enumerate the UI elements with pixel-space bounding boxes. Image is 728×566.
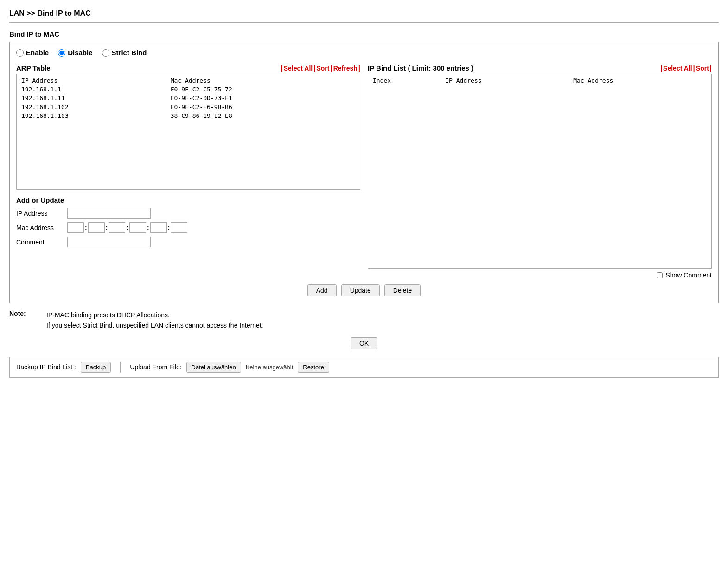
mac-octet-6[interactable] — [171, 222, 187, 233]
table-row[interactable]: 192.168.1.103 38-C9-86-19-E2-E8 — [19, 111, 358, 120]
strict-bind-option[interactable]: Strict Bind — [102, 49, 147, 57]
pipe5: | — [660, 64, 662, 72]
section-title: Bind IP to MAC — [9, 30, 719, 38]
ip-bind-list-panel: IP Bind List ( Limit: 300 entries ) | Se… — [368, 64, 712, 279]
ip-address-input[interactable] — [67, 208, 151, 219]
ip-address-label: IP Address — [16, 210, 63, 217]
mac-address-row: Mac Address : : : : : — [16, 222, 360, 233]
add-update-title: Add or Update — [16, 196, 360, 204]
add-update-section: Add or Update IP Address Mac Address : :… — [16, 196, 360, 247]
bind-options-row: Enable Disable Strict Bind — [16, 49, 712, 57]
backup-left: Backup IP Bind List : Backup — [16, 362, 121, 373]
backup-button[interactable]: Backup — [81, 362, 111, 373]
mac-octet-1[interactable] — [67, 222, 84, 233]
ip-bind-list-header: IP Bind List ( Limit: 300 entries ) | Se… — [368, 64, 712, 72]
show-comment-checkbox[interactable] — [657, 272, 663, 278]
ip-bind-col-ip: IP Address — [442, 76, 570, 85]
strict-bind-radio[interactable] — [102, 49, 109, 57]
mac-sep-1: : — [85, 224, 87, 232]
comment-label: Comment — [16, 238, 63, 246]
note-line2: If you select Strict Bind, unspecified L… — [46, 320, 263, 330]
arp-select-all-link[interactable]: Select All — [284, 64, 313, 72]
table-row[interactable]: 192.168.1.11 F0-9F-C2-0D-73-F1 — [19, 94, 358, 103]
arp-table-panel: ARP Table | Select All | Sort | Refresh … — [16, 64, 360, 279]
arp-mac-3: F0-9F-C2-F6-9B-B6 — [168, 103, 358, 111]
title-divider — [9, 22, 719, 23]
restore-button[interactable]: Restore — [298, 362, 329, 373]
delete-button[interactable]: Delete — [384, 284, 421, 296]
ip-bind-table: Index IP Address Mac Address — [370, 76, 709, 85]
arp-table-header: ARP Table | Select All | Sort | Refresh … — [16, 64, 360, 72]
arp-table-actions: | Select All | Sort | Refresh | — [281, 64, 360, 72]
note-line1: IP-MAC binding presets DHCP Allocations. — [46, 310, 263, 320]
mac-octet-3[interactable] — [109, 222, 125, 233]
ip-bind-list-actions: | Select All | Sort | — [660, 64, 712, 72]
mac-sep-3: : — [126, 224, 128, 232]
upload-label: Upload From File: — [130, 363, 181, 371]
disable-label: Disable — [68, 49, 92, 57]
ip-bind-list-title: IP Bind List ( Limit: 300 entries ) — [368, 64, 473, 72]
mac-octet-5[interactable] — [150, 222, 167, 233]
ip-select-all-link[interactable]: Select All — [663, 64, 692, 72]
ip-bind-header-row: Index IP Address Mac Address — [370, 76, 709, 85]
ip-bind-box: Index IP Address Mac Address — [368, 74, 712, 269]
arp-mac-1: F0-9F-C2-C5-75-72 — [168, 85, 358, 94]
mac-sep-2: : — [106, 224, 108, 232]
ip-bind-col-index: Index — [370, 76, 442, 85]
mac-sep-4: : — [147, 224, 149, 232]
arp-ip-2: 192.168.1.11 — [19, 94, 168, 103]
arp-sort-link[interactable]: Sort — [316, 64, 329, 72]
enable-option[interactable]: Enable — [16, 49, 49, 57]
add-button[interactable]: Add — [307, 284, 337, 296]
file-none-label: Keine ausgewählt — [246, 364, 294, 371]
pipe3: | — [330, 64, 332, 72]
enable-radio[interactable] — [16, 49, 24, 57]
note-section: Note: IP-MAC binding presets DHCP Alloca… — [9, 310, 719, 331]
pipe1: | — [281, 64, 283, 72]
comment-input[interactable] — [67, 237, 151, 247]
mac-inputs: : : : : : — [67, 222, 187, 233]
pipe7: | — [710, 64, 712, 72]
backup-right: Upload From File: Datei auswählen Keine … — [130, 362, 329, 373]
mac-octet-2[interactable] — [88, 222, 105, 233]
arp-ip-4: 192.168.1.103 — [19, 111, 168, 120]
enable-label: Enable — [26, 49, 49, 57]
disable-radio[interactable] — [58, 49, 65, 57]
ip-address-row: IP Address — [16, 208, 360, 219]
arp-mac-2: F0-9F-C2-0D-73-F1 — [168, 94, 358, 103]
arp-ip-1: 192.168.1.1 — [19, 85, 168, 94]
arp-col-mac: Mac Address — [168, 76, 358, 85]
arp-table-header-row: IP Address Mac Address — [19, 76, 358, 85]
pipe4: | — [358, 64, 360, 72]
ok-button[interactable]: OK — [351, 337, 377, 349]
pipe2: | — [313, 64, 315, 72]
table-row[interactable]: 192.168.1.1 F0-9F-C2-C5-75-72 — [19, 85, 358, 94]
strict-bind-label: Strict Bind — [112, 49, 147, 57]
update-button[interactable]: Update — [341, 284, 380, 296]
pipe6: | — [693, 64, 695, 72]
backup-section: Backup IP Bind List : Backup Upload From… — [9, 357, 719, 378]
table-row[interactable]: 192.168.1.102 F0-9F-C2-F6-9B-B6 — [19, 103, 358, 111]
note-label: Note: — [9, 310, 37, 331]
mac-octet-4[interactable] — [129, 222, 146, 233]
arp-mac-4: 38-C9-86-19-E2-E8 — [168, 111, 358, 120]
disable-option[interactable]: Disable — [58, 49, 92, 57]
comment-row: Comment — [16, 237, 360, 247]
show-comment-row: Show Comment — [368, 271, 712, 279]
arp-ip-3: 192.168.1.102 — [19, 103, 168, 111]
mac-address-label: Mac Address — [16, 224, 63, 232]
arp-refresh-link[interactable]: Refresh — [333, 64, 358, 72]
arp-col-ip: IP Address — [19, 76, 168, 85]
choose-file-button[interactable]: Datei auswählen — [186, 362, 241, 373]
ip-bind-col-mac: Mac Address — [570, 76, 709, 85]
show-comment-label: Show Comment — [665, 271, 712, 279]
action-buttons-row: Add Update Delete — [16, 284, 712, 296]
tables-row: ARP Table | Select All | Sort | Refresh … — [16, 64, 712, 279]
ip-sort-link[interactable]: Sort — [696, 64, 709, 72]
backup-list-label: Backup IP Bind List : — [16, 363, 76, 371]
mac-sep-5: : — [168, 224, 170, 232]
breadcrumb: LAN >> Bind IP to MAC — [9, 9, 719, 18]
arp-table-box: IP Address Mac Address 192.168.1.1 F0-9F… — [16, 74, 360, 190]
arp-table: IP Address Mac Address 192.168.1.1 F0-9F… — [19, 76, 358, 120]
arp-table-title: ARP Table — [16, 64, 51, 72]
